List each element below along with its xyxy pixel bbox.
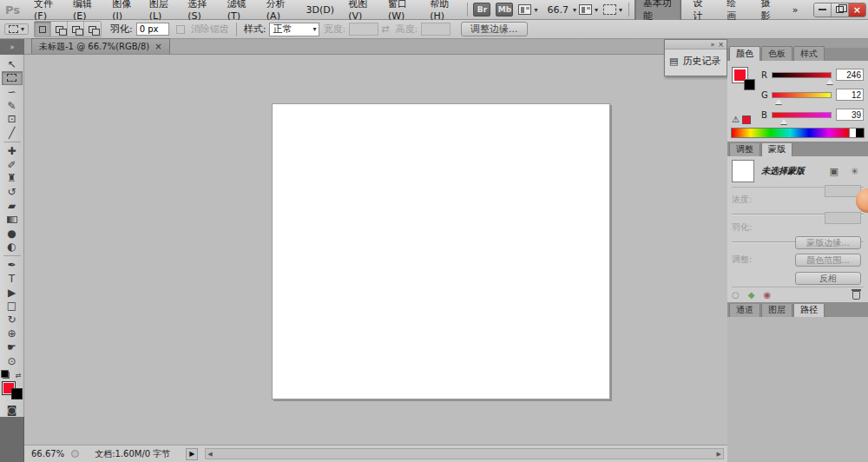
new-selection-button[interactable] <box>35 22 51 36</box>
tab-channels[interactable]: 通道 <box>729 302 760 317</box>
eraser-tool[interactable]: ▰ <box>2 199 23 213</box>
blur-tool[interactable]: ● <box>2 227 23 241</box>
document-close-icon[interactable]: × <box>155 42 161 51</box>
closest-color-swatch[interactable] <box>742 116 751 124</box>
blue-value-input[interactable] <box>836 109 864 121</box>
swap-colors-icon[interactable]: ⇄ <box>16 372 22 380</box>
tool-preset-picker[interactable]: ▾ <box>4 23 29 35</box>
tools-panel-collapse-button[interactable]: » <box>0 39 24 55</box>
rectangle-tool[interactable]: □ <box>2 300 23 314</box>
zoom-level-value[interactable]: 66.7 <box>547 4 569 16</box>
workspace-overflow-button[interactable]: » <box>786 3 806 17</box>
3d-orbit-tool[interactable]: ⊕ <box>2 327 23 340</box>
color-range-button[interactable]: 颜色范围... <box>795 254 861 267</box>
expand-panel-icon[interactable]: » <box>710 41 714 49</box>
horizontal-scrollbar[interactable]: ◀ ▶ <box>205 448 724 459</box>
default-colors-icon[interactable] <box>3 372 10 379</box>
swap-dimensions-icon: ⇄ <box>381 23 389 35</box>
dodge-tool[interactable]: ◐ <box>2 241 23 254</box>
green-slider[interactable] <box>772 92 832 98</box>
antialias-checkbox[interactable] <box>176 25 185 34</box>
zoom-tool[interactable]: ⊙ <box>2 354 23 368</box>
new-selection-icon <box>39 26 46 33</box>
default-swap-colors: ⇄ <box>3 372 22 380</box>
load-selection-from-mask-icon[interactable]: ○ <box>732 290 740 300</box>
chevron-down-icon[interactable]: ▾ <box>573 6 576 14</box>
refine-edge-button[interactable]: 调整边缘... <box>461 22 528 36</box>
3d-rotate-tool[interactable]: ↻ <box>2 313 23 327</box>
divider <box>628 3 629 16</box>
history-brush-tool[interactable]: ↺ <box>2 185 23 199</box>
spot-healing-brush-tool[interactable]: ✚ <box>2 144 23 158</box>
move-tool[interactable]: ↖ <box>2 57 23 71</box>
crop-tool[interactable]: ⊡ <box>2 113 23 127</box>
feather-input[interactable] <box>136 23 169 36</box>
menu-3d[interactable]: 3D(D) <box>299 3 342 17</box>
add-pixel-mask-icon[interactable]: ▣ <box>829 166 838 177</box>
hand-icon: ☛ <box>7 342 16 353</box>
arrange-documents-button[interactable]: ▾ <box>579 4 598 15</box>
scroll-left-icon[interactable]: ◀ <box>207 451 212 458</box>
spectrum-black-cell[interactable] <box>856 129 864 137</box>
history-panel-button[interactable]: ▤ 历史记录 <box>665 50 727 73</box>
close-icon: × <box>853 4 861 16</box>
color-spectrum-ramp[interactable] <box>731 128 865 138</box>
pen-tool[interactable]: ✒ <box>2 258 23 272</box>
blue-slider-thumb[interactable] <box>780 119 787 124</box>
quick-mask-button[interactable]: ◙ <box>2 403 23 417</box>
green-value-input[interactable] <box>836 89 864 101</box>
hand-tool[interactable]: ☛ <box>2 340 23 354</box>
quick-selection-tool[interactable]: ✎ <box>2 99 23 113</box>
tab-styles[interactable]: 样式 <box>793 46 825 61</box>
red-value-input[interactable] <box>836 69 864 81</box>
add-to-selection-button[interactable] <box>51 22 68 36</box>
tab-color[interactable]: 颜色 <box>729 46 760 61</box>
restore-button[interactable] <box>832 3 849 16</box>
mask-edge-button[interactable]: 蒙版边缘... <box>795 236 861 249</box>
eyedropper-tool[interactable]: ╱ <box>2 126 23 140</box>
subtract-from-selection-button[interactable] <box>68 22 84 36</box>
lasso-tool[interactable]: ∽ <box>2 85 23 99</box>
red-slider-thumb[interactable] <box>826 79 833 84</box>
tab-swatches[interactable]: 色板 <box>761 46 792 61</box>
scroll-right-icon[interactable]: ▶ <box>717 451 721 458</box>
gamut-warning-icon[interactable]: ⚠ <box>732 115 740 124</box>
background-color-swatch[interactable] <box>11 388 23 399</box>
tab-paths[interactable]: 路径 <box>793 302 825 317</box>
tab-masks[interactable]: 蒙版 <box>761 142 792 156</box>
blue-slider[interactable] <box>772 112 832 118</box>
intersect-selection-button[interactable] <box>84 22 101 36</box>
screen-mode-button[interactable]: ▾ <box>603 4 622 15</box>
gradient-tool[interactable] <box>2 213 23 227</box>
clone-stamp-tool[interactable]: ♜ <box>2 172 23 186</box>
close-panel-icon[interactable]: × <box>718 41 724 49</box>
red-slider[interactable] <box>772 72 832 78</box>
close-button[interactable]: × <box>849 3 865 16</box>
style-select[interactable]: 正常 ▾ <box>269 23 319 36</box>
launch-bridge-button[interactable]: Br <box>473 3 490 16</box>
view-extras-button[interactable]: ▾ <box>518 4 537 15</box>
panel-background-swatch[interactable] <box>744 79 755 90</box>
spectrum-white-cell[interactable] <box>849 129 856 137</box>
brush-tool[interactable]: ✐ <box>2 158 23 172</box>
delete-mask-icon[interactable] <box>852 291 860 300</box>
status-zoom-input[interactable]: 66.67% <box>31 449 64 459</box>
disable-mask-icon[interactable]: ◉ <box>763 290 771 300</box>
dodge-icon: ◐ <box>7 241 16 252</box>
tab-adjustments[interactable]: 调整 <box>729 142 760 156</box>
zoom-icon: ⊙ <box>7 356 16 366</box>
path-selection-tool[interactable]: ▶ <box>2 286 23 300</box>
add-vector-mask-icon[interactable]: ✳ <box>851 166 858 177</box>
type-tool[interactable]: T <box>2 272 23 286</box>
green-slider-thumb[interactable] <box>775 99 782 104</box>
invert-button[interactable]: 反相 <box>795 272 861 285</box>
apply-mask-icon[interactable]: ◆ <box>748 290 755 300</box>
rectangular-marquee-tool[interactable] <box>2 71 23 85</box>
spectrum-gradient[interactable] <box>732 129 849 137</box>
document-canvas[interactable] <box>272 103 610 399</box>
status-options-button[interactable]: ▶ <box>186 448 198 460</box>
launch-mini-bridge-button[interactable]: Mb <box>496 3 513 16</box>
tab-layers[interactable]: 图层 <box>761 302 792 317</box>
document-tab[interactable]: 未标题-1 @ 66.7%(RGB/8) × <box>31 38 170 54</box>
minimize-button[interactable] <box>814 3 832 16</box>
